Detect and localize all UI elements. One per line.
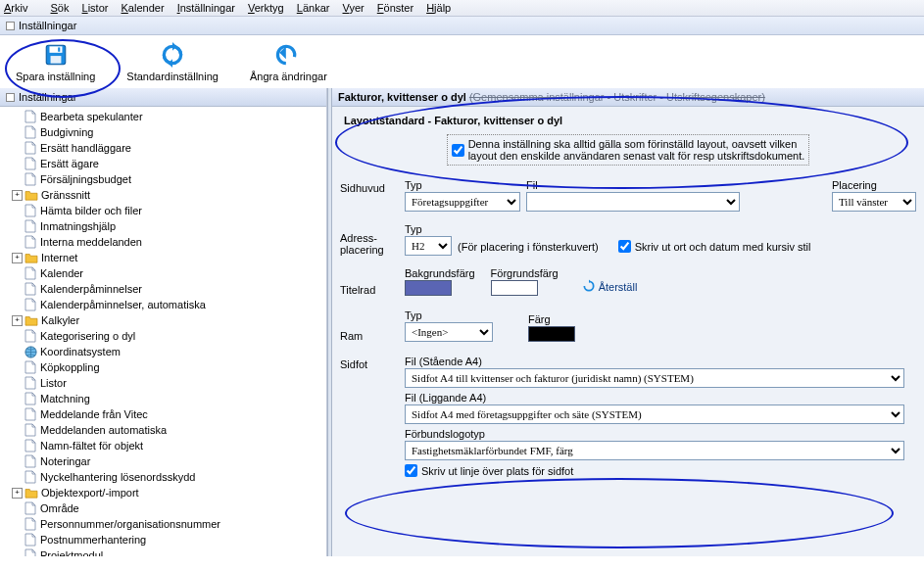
title-bg-swatch[interactable]: [405, 280, 452, 296]
menu-sok[interactable]: Sök: [51, 2, 70, 14]
menu-vyer[interactable]: Vyer: [343, 2, 365, 14]
menubar: Arkiv Sök Listor Kalender Inställningar …: [0, 0, 924, 17]
reset-colors-button[interactable]: Återställ: [582, 279, 638, 296]
folder-icon: [24, 486, 38, 500]
menu-arkiv[interactable]: Arkiv: [4, 2, 37, 14]
ram-color-swatch[interactable]: [528, 326, 575, 342]
tree-item[interactable]: Personnummer/organisationsnummer: [0, 516, 326, 532]
page-icon: [24, 439, 37, 452]
expander-icon[interactable]: +: [12, 488, 23, 499]
tree-item[interactable]: Budgivning: [0, 124, 326, 140]
page-icon: [24, 533, 37, 547]
menu-fonster[interactable]: Fönster: [377, 2, 413, 14]
tree-item[interactable]: Kalender: [0, 265, 326, 281]
sidfot-line-checkbox[interactable]: [405, 464, 417, 477]
tree-item[interactable]: Listor: [0, 375, 326, 391]
tree-item[interactable]: Meddelanden automatiska: [0, 422, 326, 438]
tree-panel: Inställningar Bearbeta spekulanterBudgiv…: [0, 88, 327, 556]
sidfot-line-checkbox-row[interactable]: Skriv ut linje över plats för sidfot: [405, 464, 573, 477]
force-layout-checkbox-row[interactable]: Denna inställning ska alltid gälla som f…: [447, 134, 810, 166]
page-icon: [24, 501, 37, 515]
tree-item-label: Budgivning: [40, 126, 93, 138]
tree-item[interactable]: Ersätt handläggare: [0, 140, 326, 156]
expander-icon[interactable]: +: [12, 315, 23, 326]
tree-item-label: Ersätt ägare: [40, 158, 99, 169]
tree-item[interactable]: Koordinatsystem: [0, 344, 326, 359]
system-icon: [6, 22, 15, 30]
tree-item[interactable]: Interna meddelanden: [0, 234, 326, 250]
ram-label: Ram: [340, 327, 399, 342]
menu-listor[interactable]: Listor: [82, 2, 109, 14]
expander-icon[interactable]: +: [12, 253, 23, 263]
tree-item[interactable]: Område: [0, 500, 326, 516]
tree-item[interactable]: +Kalkyler: [0, 312, 326, 328]
title-fg-swatch[interactable]: [491, 280, 538, 296]
expander-icon[interactable]: +: [12, 190, 23, 201]
standard-settings-button[interactable]: Standardinställning: [121, 39, 224, 84]
tree-item[interactable]: Hämta bilder och filer: [0, 203, 326, 218]
save-settings-button[interactable]: Spara inställning: [10, 39, 101, 84]
menu-lankar[interactable]: Länkar: [297, 2, 330, 14]
svg-rect-1: [49, 46, 62, 53]
detail-panel: Fakturor, kvittenser o dyl (Gemensamma i…: [332, 88, 924, 556]
tree-item-label: Nyckelhantering lösenordsskydd: [40, 471, 195, 483]
tree-item-label: Namn-fältet för objekt: [40, 440, 143, 452]
menu-installningar[interactable]: Inställningar: [177, 2, 235, 14]
window-titlebar: Inställningar: [0, 17, 924, 35]
tree-item-label: Kalender: [40, 267, 83, 279]
tree-item[interactable]: Kalenderpåminnelser, automatiska: [0, 297, 326, 312]
tree-item-label: Kategorisering o dyl: [40, 330, 135, 342]
tree-item[interactable]: +Gränssnitt: [0, 187, 326, 203]
tree-item[interactable]: Meddelande från Vitec: [0, 406, 326, 422]
tree-item-label: Interna meddelanden: [40, 236, 142, 248]
group-title: Layoutstandard - Fakturor, kvittenser o …: [340, 111, 916, 132]
tree-item[interactable]: Ersätt ägare: [0, 156, 326, 171]
page-icon: [24, 298, 37, 311]
sidhuvud-label: Sidhuvud: [340, 179, 399, 194]
page-icon: [24, 376, 37, 390]
sidhuvud-placering-select[interactable]: Till vänster: [832, 192, 916, 212]
menu-verktyg[interactable]: Verktyg: [248, 2, 284, 14]
tree-header-icon: [6, 93, 15, 102]
cursive-checkbox[interactable]: [618, 240, 631, 253]
tree-item-label: Område: [40, 502, 79, 514]
force-layout-checkbox[interactable]: [452, 144, 464, 157]
ram-typ-select[interactable]: <Ingen>: [405, 322, 493, 342]
sidfot-label: Sidfot: [340, 356, 399, 370]
tree-item[interactable]: Kalenderpåminnelser: [0, 281, 326, 297]
tree-item[interactable]: Försäljningsbudget: [0, 171, 326, 187]
toolbar: Spara inställning Standardinställning Ån…: [0, 35, 924, 88]
sidfot-liggande-select[interactable]: Sidfot A4 med företagsuppgifter och säte…: [405, 404, 904, 424]
sidhuvud-typ-select[interactable]: Företagsuppgifter: [405, 192, 520, 212]
tree-item[interactable]: Inmatningshjälp: [0, 218, 326, 234]
tree-item[interactable]: Projektmodul: [0, 547, 326, 556]
tree-header: Inställningar: [0, 88, 326, 107]
tree-item[interactable]: Bearbeta spekulanter: [0, 109, 326, 124]
page-icon: [24, 423, 37, 437]
tree-item[interactable]: Noteringar: [0, 453, 326, 469]
titelrad-label: Titelrad: [340, 281, 399, 296]
forbund-select[interactable]: Fastighetsmäklarförbundet FMF, färg: [405, 441, 904, 460]
tree-item[interactable]: Köpkoppling: [0, 359, 326, 375]
undo-changes-button[interactable]: Ångra ändringar: [244, 39, 333, 84]
sidhuvud-fil-select[interactable]: [526, 192, 740, 212]
page-icon: [24, 235, 37, 249]
adress-typ-select[interactable]: H2: [405, 236, 452, 256]
tree-item[interactable]: +Internet: [0, 250, 326, 265]
sidfot-staende-select[interactable]: Sidfot A4 till kvittenser och fakturor (…: [405, 368, 904, 388]
menu-hjalp[interactable]: Hjälp: [426, 2, 451, 14]
page-icon: [24, 204, 37, 217]
tree-item[interactable]: Postnummerhantering: [0, 532, 326, 547]
tree-item[interactable]: Kategorisering o dyl: [0, 328, 326, 344]
cursive-checkbox-row[interactable]: Skriv ut ort och datum med kursiv stil: [618, 240, 811, 256]
tree-scroll[interactable]: Bearbeta spekulanterBudgivningErsätt han…: [0, 107, 326, 556]
folder-icon: [24, 251, 38, 264]
tree-item[interactable]: Matchning: [0, 391, 326, 406]
folder-icon: [24, 188, 38, 202]
tree-item-label: Personnummer/organisationsnummer: [40, 518, 220, 530]
tree-item-label: Kalenderpåminnelser: [40, 283, 142, 295]
tree-item[interactable]: Nyckelhantering lösenordsskydd: [0, 469, 326, 485]
menu-kalender[interactable]: Kalender: [122, 2, 165, 14]
tree-item[interactable]: +Objektexport/-import: [0, 485, 326, 500]
tree-item[interactable]: Namn-fältet för objekt: [0, 438, 326, 453]
